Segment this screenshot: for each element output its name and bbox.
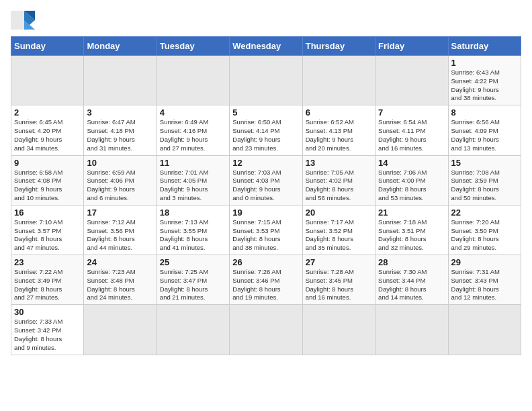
calendar-cell: 11Sunrise: 7:01 AM Sunset: 4:05 PM Dayli… [157, 155, 229, 205]
day-number: 2 [14, 107, 81, 118]
day-info: Sunrise: 6:50 AM Sunset: 4:14 PM Dayligh… [232, 118, 299, 152]
calendar-cell: 4Sunrise: 6:49 AM Sunset: 4:16 PM Daylig… [157, 105, 229, 155]
logo [11, 11, 38, 30]
day-number: 8 [451, 107, 518, 118]
calendar-cell: 12Sunrise: 7:03 AM Sunset: 4:03 PM Dayli… [230, 155, 302, 205]
day-number: 7 [378, 107, 445, 118]
day-info: Sunrise: 7:13 AM Sunset: 3:55 PM Dayligh… [160, 218, 226, 253]
calendar-cell: 16Sunrise: 7:10 AM Sunset: 3:57 PM Dayli… [11, 205, 84, 255]
calendar-cell: 3Sunrise: 6:47 AM Sunset: 4:18 PM Daylig… [84, 105, 157, 155]
weekday-header-friday: Friday [375, 37, 448, 56]
day-number: 4 [160, 107, 226, 118]
weekday-header-row: SundayMondayTuesdayWednesdayThursdayFrid… [11, 37, 521, 56]
calendar-cell: 14Sunrise: 7:06 AM Sunset: 4:00 PM Dayli… [375, 155, 448, 205]
calendar-cell: 27Sunrise: 7:28 AM Sunset: 3:45 PM Dayli… [302, 255, 375, 305]
calendar-cell: 7Sunrise: 6:54 AM Sunset: 4:11 PM Daylig… [375, 105, 448, 155]
calendar-cell [84, 305, 157, 355]
day-info: Sunrise: 7:06 AM Sunset: 4:00 PM Dayligh… [378, 169, 445, 203]
day-number: 17 [87, 208, 153, 218]
week-row-2: 2Sunrise: 6:45 AM Sunset: 4:20 PM Daylig… [11, 105, 521, 155]
day-number: 26 [232, 257, 299, 267]
day-number: 11 [160, 158, 226, 168]
calendar-cell: 1Sunrise: 6:43 AM Sunset: 4:22 PM Daylig… [448, 56, 521, 105]
day-info: Sunrise: 7:33 AM Sunset: 3:42 PM Dayligh… [14, 318, 81, 352]
week-row-4: 16Sunrise: 7:10 AM Sunset: 3:57 PM Dayli… [11, 205, 521, 255]
day-info: Sunrise: 7:28 AM Sunset: 3:45 PM Dayligh… [306, 268, 372, 302]
calendar-cell [230, 56, 302, 105]
calendar-cell [157, 56, 229, 105]
day-number: 16 [14, 208, 81, 218]
calendar-cell: 5Sunrise: 6:50 AM Sunset: 4:14 PM Daylig… [230, 105, 302, 155]
logo-icon [11, 11, 35, 30]
day-number: 9 [14, 158, 81, 168]
calendar-cell [375, 305, 448, 355]
day-number: 13 [306, 158, 372, 168]
day-info: Sunrise: 6:59 AM Sunset: 4:06 PM Dayligh… [87, 169, 153, 203]
day-number: 3 [87, 107, 153, 118]
calendar-cell: 22Sunrise: 7:20 AM Sunset: 3:50 PM Dayli… [448, 205, 521, 255]
day-info: Sunrise: 7:25 AM Sunset: 3:47 PM Dayligh… [160, 268, 226, 302]
day-number: 20 [306, 208, 372, 218]
calendar-cell: 21Sunrise: 7:18 AM Sunset: 3:51 PM Dayli… [375, 205, 448, 255]
calendar-cell: 20Sunrise: 7:17 AM Sunset: 3:52 PM Dayli… [302, 205, 375, 255]
weekday-header-tuesday: Tuesday [157, 37, 229, 56]
day-info: Sunrise: 7:08 AM Sunset: 3:59 PM Dayligh… [451, 169, 518, 203]
day-number: 15 [451, 158, 518, 168]
weekday-header-sunday: Sunday [11, 37, 84, 56]
day-info: Sunrise: 7:18 AM Sunset: 3:51 PM Dayligh… [378, 218, 445, 253]
day-number: 28 [378, 257, 445, 267]
calendar-cell [84, 56, 157, 105]
week-row-5: 23Sunrise: 7:22 AM Sunset: 3:49 PM Dayli… [11, 255, 521, 305]
day-info: Sunrise: 6:52 AM Sunset: 4:13 PM Dayligh… [306, 118, 372, 152]
day-number: 19 [232, 208, 299, 218]
weekday-header-wednesday: Wednesday [230, 37, 302, 56]
day-info: Sunrise: 7:17 AM Sunset: 3:52 PM Dayligh… [306, 218, 372, 253]
calendar-cell: 6Sunrise: 6:52 AM Sunset: 4:13 PM Daylig… [302, 105, 375, 155]
week-row-3: 9Sunrise: 6:58 AM Sunset: 4:08 PM Daylig… [11, 155, 521, 205]
calendar-cell: 29Sunrise: 7:31 AM Sunset: 3:43 PM Dayli… [448, 255, 521, 305]
calendar-cell [11, 56, 84, 105]
day-info: Sunrise: 7:20 AM Sunset: 3:50 PM Dayligh… [451, 218, 518, 253]
week-row-1: 1Sunrise: 6:43 AM Sunset: 4:22 PM Daylig… [11, 56, 521, 105]
day-info: Sunrise: 7:26 AM Sunset: 3:46 PM Dayligh… [232, 268, 299, 302]
day-number: 24 [87, 257, 153, 267]
day-info: Sunrise: 6:49 AM Sunset: 4:16 PM Dayligh… [160, 118, 226, 152]
page: SundayMondayTuesdayWednesdayThursdayFrid… [0, 0, 532, 411]
calendar-cell: 15Sunrise: 7:08 AM Sunset: 3:59 PM Dayli… [448, 155, 521, 205]
day-number: 29 [451, 257, 518, 267]
day-info: Sunrise: 7:01 AM Sunset: 4:05 PM Dayligh… [160, 169, 226, 203]
calendar-cell: 9Sunrise: 6:58 AM Sunset: 4:08 PM Daylig… [11, 155, 84, 205]
weekday-header-saturday: Saturday [448, 37, 521, 56]
day-number: 18 [160, 208, 226, 218]
svg-marker-0 [11, 11, 24, 30]
day-info: Sunrise: 7:30 AM Sunset: 3:44 PM Dayligh… [378, 268, 445, 302]
calendar-cell [230, 305, 302, 355]
day-info: Sunrise: 6:58 AM Sunset: 4:08 PM Dayligh… [14, 169, 81, 203]
calendar-cell [302, 56, 375, 105]
header-area [11, 11, 521, 30]
day-info: Sunrise: 7:03 AM Sunset: 4:03 PM Dayligh… [232, 169, 299, 203]
calendar-cell: 17Sunrise: 7:12 AM Sunset: 3:56 PM Dayli… [84, 205, 157, 255]
calendar-cell: 25Sunrise: 7:25 AM Sunset: 3:47 PM Dayli… [157, 255, 229, 305]
calendar-cell [302, 305, 375, 355]
calendar-cell [375, 56, 448, 105]
day-info: Sunrise: 7:15 AM Sunset: 3:53 PM Dayligh… [232, 218, 299, 253]
day-info: Sunrise: 7:31 AM Sunset: 3:43 PM Dayligh… [451, 268, 518, 302]
calendar-cell: 8Sunrise: 6:56 AM Sunset: 4:09 PM Daylig… [448, 105, 521, 155]
day-number: 30 [14, 307, 81, 317]
weekday-header-thursday: Thursday [302, 37, 375, 56]
day-number: 23 [14, 257, 81, 267]
calendar-cell: 2Sunrise: 6:45 AM Sunset: 4:20 PM Daylig… [11, 105, 84, 155]
day-info: Sunrise: 7:23 AM Sunset: 3:48 PM Dayligh… [87, 268, 153, 302]
calendar-cell: 19Sunrise: 7:15 AM Sunset: 3:53 PM Dayli… [230, 205, 302, 255]
calendar-cell [448, 305, 521, 355]
calendar-table: SundayMondayTuesdayWednesdayThursdayFrid… [11, 36, 521, 355]
calendar-cell: 24Sunrise: 7:23 AM Sunset: 3:48 PM Dayli… [84, 255, 157, 305]
day-info: Sunrise: 6:43 AM Sunset: 4:22 PM Dayligh… [451, 68, 518, 103]
calendar-cell: 10Sunrise: 6:59 AM Sunset: 4:06 PM Dayli… [84, 155, 157, 205]
day-number: 12 [232, 158, 299, 168]
day-info: Sunrise: 6:47 AM Sunset: 4:18 PM Dayligh… [87, 118, 153, 152]
day-number: 5 [232, 107, 299, 118]
day-info: Sunrise: 6:54 AM Sunset: 4:11 PM Dayligh… [378, 118, 445, 152]
calendar-cell: 28Sunrise: 7:30 AM Sunset: 3:44 PM Dayli… [375, 255, 448, 305]
